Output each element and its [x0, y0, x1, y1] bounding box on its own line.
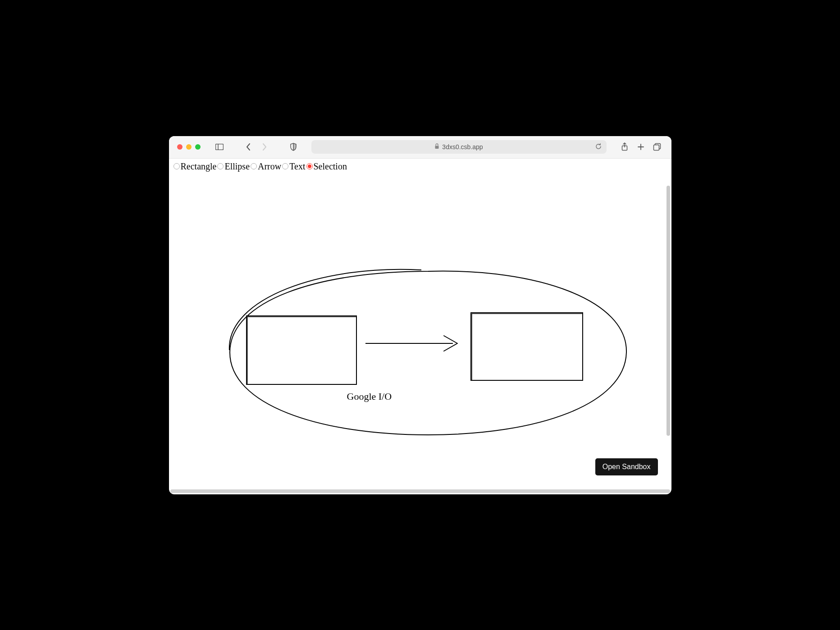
radio-icon	[306, 163, 313, 169]
shape-radio-rectangle[interactable]: Rectangle	[173, 161, 217, 172]
shape-radio-text[interactable]: Text	[282, 161, 305, 172]
back-button[interactable]	[242, 141, 255, 153]
minimize-window-button[interactable]	[186, 144, 192, 150]
shape-toolbar: Rectangle Ellipse Arrow Text Selection	[169, 159, 671, 174]
shape-radio-selection[interactable]: Selection	[306, 161, 347, 172]
svg-rect-12	[472, 314, 583, 380]
shape-radio-ellipse[interactable]: Ellipse	[217, 161, 250, 172]
svg-rect-11	[471, 313, 583, 380]
canvas-ellipse[interactable]	[229, 269, 626, 434]
horizontal-scrollbar[interactable]	[170, 489, 670, 493]
drawing-canvas[interactable]: Google I/O	[169, 174, 671, 492]
close-window-button[interactable]	[177, 144, 183, 150]
vertical-scrollbar[interactable]	[667, 186, 670, 436]
radio-icon	[282, 163, 288, 169]
sidebar-toggle-icon[interactable]	[213, 141, 226, 153]
svg-rect-10	[247, 317, 356, 384]
canvas-arrow[interactable]	[365, 336, 457, 351]
canvas-rect-right[interactable]	[471, 313, 583, 380]
tabs-overview-icon[interactable]	[651, 141, 663, 153]
open-sandbox-button[interactable]: Open Sandbox	[595, 458, 658, 475]
address-bar[interactable]: 3dxs0.csb.app	[311, 140, 607, 154]
radio-label: Text	[289, 161, 305, 172]
traffic-lights	[177, 144, 201, 150]
share-icon[interactable]	[618, 141, 631, 153]
radio-icon	[251, 163, 257, 169]
page-content: Rectangle Ellipse Arrow Text Selection	[169, 159, 671, 494]
reload-icon[interactable]	[595, 143, 602, 151]
radio-icon	[217, 163, 224, 169]
svg-rect-9	[247, 316, 356, 384]
shape-radio-arrow[interactable]: Arrow	[251, 161, 281, 172]
browser-titlebar: 3dxs0.csb.app	[169, 136, 671, 159]
svg-rect-8	[653, 145, 659, 151]
radio-label: Arrow	[258, 161, 281, 172]
lock-icon	[434, 143, 439, 151]
forward-button[interactable]	[258, 141, 271, 153]
maximize-window-button[interactable]	[195, 144, 201, 150]
radio-icon	[173, 163, 180, 169]
browser-window: 3dxs0.csb.app Rectangle Ellipse	[169, 136, 671, 494]
radio-label: Selection	[314, 161, 347, 172]
new-tab-icon[interactable]	[635, 141, 647, 153]
canvas-rect-left[interactable]	[247, 316, 356, 384]
svg-rect-2	[435, 146, 439, 149]
address-url: 3dxs0.csb.app	[442, 143, 483, 151]
canvas-text[interactable]: Google I/O	[347, 391, 392, 402]
radio-label: Ellipse	[224, 161, 250, 172]
radio-label: Rectangle	[181, 161, 217, 172]
svg-rect-0	[215, 144, 223, 150]
shield-icon[interactable]	[287, 141, 300, 153]
